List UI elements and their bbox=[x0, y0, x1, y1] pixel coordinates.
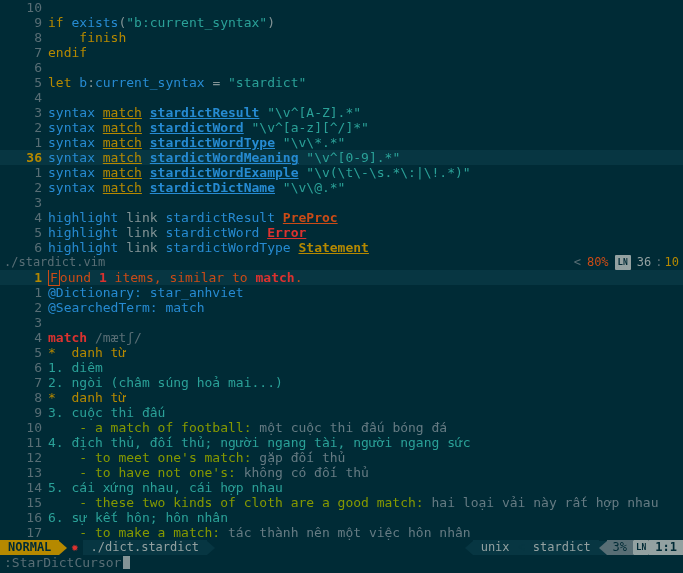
code-line[interactable]: 8* danh từ bbox=[0, 390, 683, 405]
code-line[interactable]: 4 bbox=[0, 90, 683, 105]
top-line: 36 bbox=[633, 255, 653, 270]
airline-statusbar: NORMAL ✹ ./dict.stardict unix < stardict… bbox=[0, 540, 683, 555]
arrow-icon bbox=[465, 541, 473, 555]
code-line[interactable]: 4match /mætʃ/ bbox=[0, 330, 683, 345]
code-line[interactable]: 114. địch thủ, đối thủ; người ngang tài,… bbox=[0, 435, 683, 450]
code-line[interactable]: 12 - to meet one's match: gặp đối thủ bbox=[0, 450, 683, 465]
line-number: 17 bbox=[0, 525, 48, 540]
code-line[interactable]: 1syntax match stardictWordType "\v\*.*" bbox=[0, 135, 683, 150]
code-line[interactable]: 145. cái xứng nhau, cái hợp nhau bbox=[0, 480, 683, 495]
line-content: 1. diêm bbox=[48, 360, 683, 375]
line-content: highlight link stardictResult PreProc bbox=[48, 210, 683, 225]
line-content: 5. cái xứng nhau, cái hợp nhau bbox=[48, 480, 683, 495]
modified-flag: ✹ bbox=[67, 540, 82, 555]
code-line[interactable]: 5highlight link stardictWord Error bbox=[0, 225, 683, 240]
line-number: 6 bbox=[0, 360, 48, 375]
line-number: 14 bbox=[0, 480, 48, 495]
code-line[interactable]: 2@SearchedTerm: match bbox=[0, 300, 683, 315]
line-content: highlight link stardictWordType Statemen… bbox=[48, 240, 683, 255]
code-line[interactable]: 7endif bbox=[0, 45, 683, 60]
line-content: if exists("b:current_syntax") bbox=[48, 15, 683, 30]
top-statusbar: ./stardict.vim < 80% LN 36 : 10 bbox=[0, 255, 683, 270]
code-line[interactable]: 93. cuộc thi đấu bbox=[0, 405, 683, 420]
line-number: 10 bbox=[0, 0, 48, 15]
line-content: syntax match stardictWordExample "\v(\t\… bbox=[48, 165, 683, 180]
line-content: syntax match stardictDictName "\v\@.*" bbox=[48, 180, 683, 195]
code-line[interactable]: 1@Dictionary: star_anhviet bbox=[0, 285, 683, 300]
line-content: - to meet one's match: gặp đối thủ bbox=[48, 450, 683, 465]
bottom-pane[interactable]: 1Found 1 items, similar to match.1@Dicti… bbox=[0, 270, 683, 540]
line-content: 6. sự kết hôn; hôn nhân bbox=[48, 510, 683, 525]
code-line[interactable]: 6highlight link stardictWordType Stateme… bbox=[0, 240, 683, 255]
line-content: @Dictionary: star_anhviet bbox=[48, 285, 683, 300]
line-number: 1 bbox=[0, 135, 48, 150]
line-number: 4 bbox=[0, 330, 48, 345]
file-segment: ./dict.stardict bbox=[83, 540, 207, 555]
position-label: 1:1 bbox=[655, 540, 677, 555]
code-line[interactable]: 5let b:current_syntax = "stardict" bbox=[0, 75, 683, 90]
line-content: let b:current_syntax = "stardict" bbox=[48, 75, 683, 90]
command-line[interactable]: :StarDictCursor bbox=[0, 555, 683, 570]
code-line[interactable]: 3syntax match stardictResult "\v^[A-Z].*… bbox=[0, 105, 683, 120]
line-content: @SearchedTerm: match bbox=[48, 300, 683, 315]
code-line[interactable]: 15 - these two kinds of cloth are a good… bbox=[0, 495, 683, 510]
line-number: 12 bbox=[0, 450, 48, 465]
line-content bbox=[48, 315, 683, 330]
line-number: 3 bbox=[0, 315, 48, 330]
code-line[interactable]: 3 bbox=[0, 315, 683, 330]
line-badge: LN bbox=[615, 255, 631, 270]
line-content: * danh từ bbox=[48, 345, 683, 360]
line-number: 15 bbox=[0, 495, 48, 510]
code-line[interactable]: 9if exists("b:current_syntax") bbox=[0, 15, 683, 30]
line-content: highlight link stardictWord Error bbox=[48, 225, 683, 240]
line-content: syntax match stardictWordType "\v\*.*" bbox=[48, 135, 683, 150]
arrow-icon bbox=[599, 541, 607, 555]
code-line[interactable]: 5* danh từ bbox=[0, 345, 683, 360]
code-line[interactable]: 166. sự kết hôn; hôn nhân bbox=[0, 510, 683, 525]
line-number: 16 bbox=[0, 510, 48, 525]
code-line[interactable]: 2syntax match stardictWord "\v^[a-z][^/]… bbox=[0, 120, 683, 135]
line-number: 1 bbox=[0, 165, 48, 180]
code-line[interactable]: 1syntax match stardictWordExample "\v(\t… bbox=[0, 165, 683, 180]
line-number: 5 bbox=[0, 225, 48, 240]
line-number: 36 bbox=[0, 150, 48, 165]
code-line[interactable]: 17 - to make a match: tác thành nên một … bbox=[0, 525, 683, 540]
mode-segment: NORMAL bbox=[0, 540, 59, 555]
code-line[interactable]: 3 bbox=[0, 195, 683, 210]
code-line[interactable]: 6 bbox=[0, 60, 683, 75]
code-line[interactable]: 10 bbox=[0, 0, 683, 15]
line-content: 4. địch thủ, đối thủ; người ngang tài, n… bbox=[48, 435, 683, 450]
line-number: 3 bbox=[0, 195, 48, 210]
line-content: finish bbox=[48, 30, 683, 45]
line-number: 13 bbox=[0, 465, 48, 480]
code-line[interactable]: 8 finish bbox=[0, 30, 683, 45]
top-pane[interactable]: 109if exists("b:current_syntax")8 finish… bbox=[0, 0, 683, 255]
line-number: 8 bbox=[0, 390, 48, 405]
code-line[interactable]: 2syntax match stardictDictName "\v\@.*" bbox=[0, 180, 683, 195]
colon-sep: : bbox=[655, 255, 662, 270]
top-percent: 80% bbox=[583, 255, 613, 270]
code-line[interactable]: 13 - to have not one's: không có đối thủ bbox=[0, 465, 683, 480]
code-line[interactable]: 61. diêm bbox=[0, 360, 683, 375]
line-content: - a match of football: một cuộc thi đấu … bbox=[48, 420, 683, 435]
code-line[interactable]: 4highlight link stardictResult PreProc bbox=[0, 210, 683, 225]
vim-editor: 109if exists("b:current_syntax")8 finish… bbox=[0, 0, 683, 573]
line-number: 3 bbox=[0, 105, 48, 120]
line-number: 1 bbox=[0, 285, 48, 300]
line-content bbox=[48, 195, 683, 210]
code-line[interactable]: 72. ngòi (châm súng hoả mai...) bbox=[0, 375, 683, 390]
encoding-label: unix bbox=[481, 540, 510, 555]
arrow-icon bbox=[207, 541, 215, 555]
line-content: syntax match stardictWord "\v^[a-z][^/]*… bbox=[48, 120, 683, 135]
line-content: endif bbox=[48, 45, 683, 60]
line-content: - to make a match: tác thành nên một việ… bbox=[48, 525, 683, 540]
line-content: syntax match stardictWordMeaning "\v^[0-… bbox=[48, 150, 683, 165]
line-number: 10 bbox=[0, 420, 48, 435]
line-number: 9 bbox=[0, 405, 48, 420]
code-line[interactable]: 10 - a match of football: một cuộc thi đ… bbox=[0, 420, 683, 435]
command-text: :StarDictCursor bbox=[4, 555, 121, 570]
filetype-segment: stardict bbox=[525, 540, 599, 555]
line-number: 1 bbox=[0, 270, 48, 285]
code-line[interactable]: 1Found 1 items, similar to match. bbox=[0, 270, 683, 285]
code-line[interactable]: 36syntax match stardictWordMeaning "\v^[… bbox=[0, 150, 683, 165]
